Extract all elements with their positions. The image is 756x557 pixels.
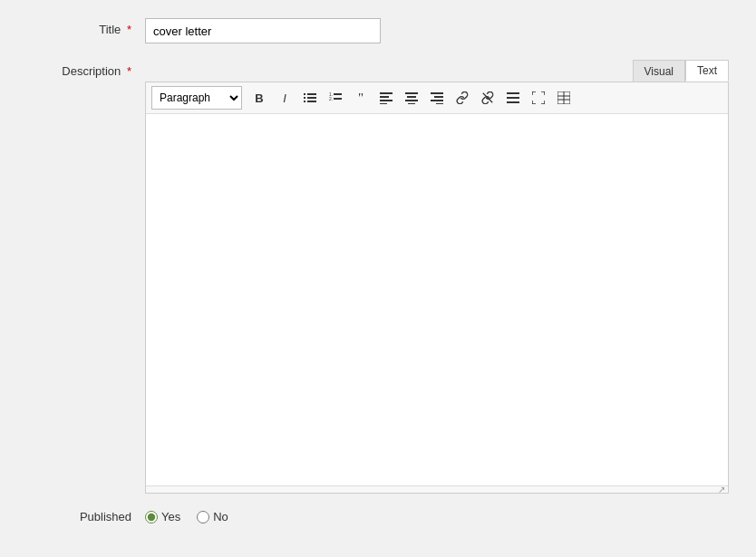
fullscreen-button[interactable]: [527, 86, 550, 110]
description-editor-wrapper: Visual Text Paragraph B I 1.2.: [145, 60, 729, 494]
svg-rect-21: [436, 103, 443, 104]
svg-rect-13: [380, 103, 387, 104]
unordered-list-button[interactable]: [298, 86, 322, 110]
published-label-text: Published: [80, 510, 131, 523]
svg-rect-3: [307, 97, 316, 99]
published-radio-group: Yes No: [145, 510, 228, 523]
svg-rect-7: [334, 93, 342, 95]
svg-rect-0: [304, 93, 305, 95]
published-no-radio[interactable]: [197, 511, 209, 523]
unlink-button[interactable]: [476, 86, 499, 110]
svg-rect-19: [434, 96, 443, 98]
description-required-star: *: [127, 64, 131, 78]
svg-rect-23: [507, 92, 519, 94]
published-yes-radio[interactable]: [145, 511, 158, 523]
svg-rect-10: [380, 92, 393, 94]
published-label: Published: [27, 510, 145, 523]
align-right-button[interactable]: [425, 86, 449, 110]
svg-rect-15: [407, 96, 416, 98]
svg-rect-2: [304, 97, 305, 99]
description-textarea[interactable]: [146, 114, 728, 485]
description-label-text: Description: [62, 64, 121, 78]
tab-text[interactable]: Text: [685, 60, 729, 82]
title-label-text: Title: [99, 23, 121, 36]
blockquote-button[interactable]: ": [349, 86, 373, 110]
title-required-star: *: [127, 23, 131, 36]
published-no-text: No: [213, 510, 228, 523]
svg-rect-20: [431, 100, 443, 101]
resize-handle[interactable]: ↗: [146, 485, 728, 493]
link-button[interactable]: [451, 86, 474, 110]
title-label: Title *: [27, 18, 145, 36]
svg-rect-11: [380, 96, 389, 98]
paragraph-select[interactable]: Paragraph: [151, 86, 242, 110]
published-yes-label[interactable]: Yes: [145, 510, 180, 523]
svg-rect-12: [380, 100, 393, 101]
svg-rect-9: [334, 98, 342, 100]
svg-rect-14: [405, 92, 418, 94]
horizontal-rule-button[interactable]: [501, 86, 525, 110]
svg-rect-24: [507, 97, 519, 99]
title-input[interactable]: [145, 18, 381, 43]
editor-border: Paragraph B I 1.2. ": [145, 82, 729, 494]
svg-rect-4: [304, 101, 305, 102]
bold-button[interactable]: B: [247, 86, 271, 110]
align-center-button[interactable]: [400, 86, 423, 110]
svg-rect-1: [307, 93, 316, 95]
description-row: Description * Visual Text Paragraph B I: [27, 60, 729, 494]
published-yes-text: Yes: [161, 510, 180, 523]
ordered-list-button[interactable]: 1.2.: [324, 86, 347, 110]
title-row: Title *: [27, 18, 729, 43]
svg-text:2.: 2.: [329, 96, 333, 101]
svg-rect-5: [307, 101, 316, 102]
italic-button[interactable]: I: [273, 86, 296, 110]
table-button[interactable]: [552, 86, 576, 110]
align-left-button[interactable]: [374, 86, 398, 110]
description-label: Description *: [27, 60, 145, 78]
editor-tabs: Visual Text: [145, 60, 729, 82]
published-no-label[interactable]: No: [197, 510, 228, 523]
tab-visual[interactable]: Visual: [633, 60, 685, 82]
svg-rect-18: [431, 92, 443, 94]
svg-rect-25: [507, 101, 519, 103]
editor-toolbar: Paragraph B I 1.2. ": [146, 82, 728, 114]
svg-rect-16: [405, 100, 418, 101]
svg-rect-17: [408, 103, 415, 104]
published-row: Published Yes No: [27, 510, 729, 523]
